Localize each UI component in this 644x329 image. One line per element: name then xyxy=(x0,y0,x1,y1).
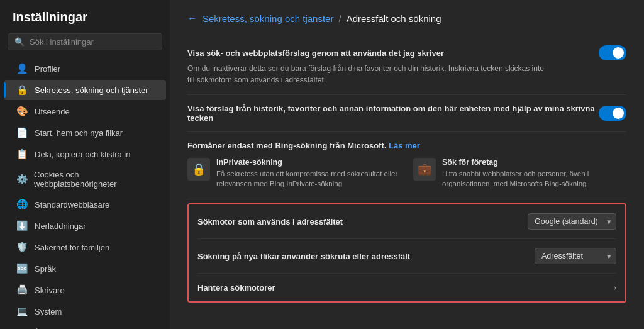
sidebar-item-label: System xyxy=(35,307,62,316)
dropdown1-select-wrapper: Google (standard) xyxy=(528,213,616,230)
bing-card-inprivate-title: InPrivate-sökning xyxy=(216,158,401,167)
bing-card-inprivate: 🔒 InPrivate-sökning Få sekretess utan at… xyxy=(187,158,401,189)
sidebar-item-label: Nerladdningar xyxy=(35,221,86,231)
system-icon: 💻 xyxy=(16,306,28,317)
sidebar-item-label: Sekretess, sökning och tjänster xyxy=(35,86,148,95)
bing-card-foretag-title: Sök för företag xyxy=(442,158,626,167)
back-button[interactable]: ← xyxy=(187,13,197,24)
search-icon: 🔍 xyxy=(14,37,25,47)
dropdown1-select[interactable]: Google (standard) xyxy=(528,213,616,230)
sidebar-search-container[interactable]: 🔍 xyxy=(8,33,162,50)
toggle2-switch[interactable] xyxy=(599,106,626,121)
foretag-icon: 💼 xyxy=(413,158,436,181)
inprivate-icon: 🔒 xyxy=(187,158,210,181)
dropdown-row1: Sökmotor som används i adressfältet Goog… xyxy=(197,204,616,239)
sidebar-item-sekretess[interactable]: 🔒 Sekretess, sökning och tjänster xyxy=(4,80,166,100)
breadcrumb-link[interactable]: Sekretess, sökning och tjänster xyxy=(203,13,333,24)
sidebar-item-utseende[interactable]: 🎨 Utseende xyxy=(4,101,166,121)
dropdown-row2: Sökning på nya flikar använder sökruta e… xyxy=(197,239,616,274)
sakerhet-icon: 🛡️ xyxy=(16,242,28,253)
bing-section: Förmåner endast med Bing-sökning från Mi… xyxy=(187,132,626,198)
bing-card-foretag-desc: Hitta snabbt webbplatser och personer, ä… xyxy=(442,169,626,189)
profiler-icon: 👤 xyxy=(16,63,28,74)
sprak-icon: 🔤 xyxy=(16,263,28,274)
bing-card-foretag: 💼 Sök för företag Hitta snabbt webbplats… xyxy=(413,158,626,189)
setting-toggle2-title: Visa förslag från historik, favoriter oc… xyxy=(187,104,599,123)
bing-title: Förmåner endast med Bing-sökning från Mi… xyxy=(187,141,626,150)
setting-toggle2-header: Visa förslag från historik, favoriter oc… xyxy=(187,104,626,123)
sidebar: Inställningar 🔍 👤 Profiler 🔒 Sekretess, … xyxy=(0,0,170,329)
sidebar-item-profiler[interactable]: 👤 Profiler xyxy=(4,59,166,79)
search-input[interactable] xyxy=(30,37,155,47)
sidebar-item-sprak[interactable]: 🔤 Språk xyxy=(4,259,166,279)
sidebar-item-cookies[interactable]: ⚙️ Cookies och webbplatsbehörigheter xyxy=(4,165,166,193)
sidebar-item-label: Skrivare xyxy=(35,286,65,295)
bing-cards: 🔒 InPrivate-sökning Få sekretess utan at… xyxy=(187,158,626,189)
sidebar-item-label: Start, hem och nya flikar xyxy=(35,128,123,138)
sidebar-item-label: Dela, kopiera och klistra in xyxy=(35,150,130,159)
sidebar-item-sakerhet[interactable]: 🛡️ Säkerhet för familjen xyxy=(4,237,166,257)
sidebar-item-nerladdningar[interactable]: ⬇️ Nerladdningar xyxy=(4,216,166,236)
setting-toggle2: Visa förslag från historik, favoriter oc… xyxy=(187,95,626,132)
sidebar-item-skrivare[interactable]: 🖨️ Skrivare xyxy=(4,280,166,300)
skrivare-icon: 🖨️ xyxy=(16,284,28,296)
breadcrumb-separator: / xyxy=(338,13,341,24)
dropdown2-label: Sökning på nya flikar använder sökruta e… xyxy=(197,252,410,261)
sidebar-item-standardwebbläsare[interactable]: 🌐 Standardwebbläsare xyxy=(4,194,166,215)
toggle1-switch[interactable] xyxy=(599,45,626,60)
setting-toggle1-desc: Om du inaktiverar detta ser du bara förs… xyxy=(187,63,552,86)
setting-toggle1-title: Visa sök- och webbplatsförslag genom att… xyxy=(187,48,444,58)
sidebar-item-label: Utseende xyxy=(35,107,70,116)
sidebar-item-label: Profiler xyxy=(35,64,60,74)
sidebar-item-system[interactable]: 💻 System xyxy=(4,301,166,321)
sidebar-item-label: Standardwebbläsare xyxy=(35,200,109,209)
utseende-icon: 🎨 xyxy=(16,106,28,117)
sidebar-item-label: Säkerhet för familjen xyxy=(35,243,109,252)
sidebar-item-label: Cookies och webbplatsbehörigheter xyxy=(34,170,153,189)
setting-toggle1: Visa sök- och webbplatsförslag genom att… xyxy=(187,36,626,95)
cookies-icon: ⚙️ xyxy=(16,174,28,185)
setting-toggle1-header: Visa sök- och webbplatsförslag genom att… xyxy=(187,45,626,60)
dela-icon: 📋 xyxy=(16,148,28,160)
link1-label: Hantera sökmotorer xyxy=(197,283,275,293)
sidebar-item-start[interactable]: 📄 Start, hem och nya flikar xyxy=(4,123,166,143)
sidebar-item-label: Språk xyxy=(35,264,56,274)
chevron-right-icon: › xyxy=(613,282,616,293)
start-icon: 📄 xyxy=(16,127,28,138)
main-content: ← Sekretess, sökning och tjänster / Adre… xyxy=(170,0,644,329)
bing-card-inprivate-text: InPrivate-sökning Få sekretess utan att … xyxy=(216,158,401,189)
highlight-box: Sökmotor som används i adressfältet Goog… xyxy=(187,203,626,303)
dropdown1-label: Sökmotor som används i adressfältet xyxy=(197,217,343,226)
nerladdningar-icon: ⬇️ xyxy=(16,220,28,231)
link-row1[interactable]: Hantera sökmotorer › xyxy=(197,274,616,301)
bing-card-foretag-text: Sök för företag Hitta snabbt webbplatser… xyxy=(442,158,626,189)
sidebar-title: Inställningar xyxy=(0,10,170,33)
breadcrumb-current: Adressfält och sökning xyxy=(347,13,441,24)
dropdown2-select[interactable]: Adressfältet xyxy=(535,248,616,264)
breadcrumb: ← Sekretess, sökning och tjänster / Adre… xyxy=(187,13,626,24)
sekretess-icon: 🔒 xyxy=(16,84,28,96)
sidebar-item-dela[interactable]: 📋 Dela, kopiera och klistra in xyxy=(4,144,166,164)
sidebar-item-aterstall[interactable]: ↺ Återställ inställningar xyxy=(4,323,166,329)
bing-learn-more-link[interactable]: Läs mer xyxy=(389,141,420,150)
standardwebbläsare-icon: 🌐 xyxy=(16,199,28,210)
dropdown2-select-wrapper: Adressfältet xyxy=(535,248,616,264)
bing-card-inprivate-desc: Få sekretess utan att kompromissa med sö… xyxy=(216,169,401,189)
